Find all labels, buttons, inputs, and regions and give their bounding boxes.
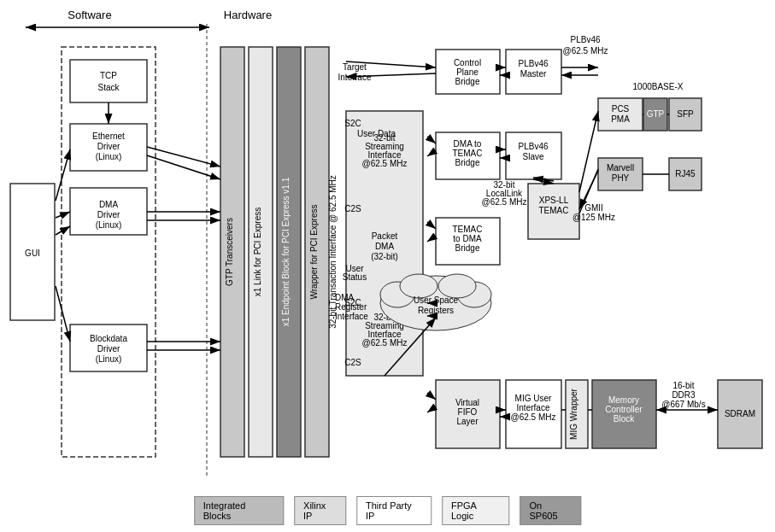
c2s-top-label: C2S bbox=[344, 204, 361, 213]
software-label: Software bbox=[68, 9, 111, 21]
gui-label: GUI bbox=[25, 248, 40, 258]
packet-dma-label2: DMA bbox=[375, 242, 395, 251]
ddr3-label2: DDR3 bbox=[672, 390, 696, 400]
plbv46-header-label: PLBv46 bbox=[570, 35, 600, 44]
dma-temac-label3: Bridge bbox=[455, 158, 480, 167]
virtual-fifo-label1: Virtual bbox=[455, 398, 479, 407]
x1-link-label: x1 Link for PCI Express bbox=[253, 208, 262, 296]
dma-driver-label: DMA bbox=[99, 200, 119, 209]
eth-driver-label: Ethernet bbox=[92, 132, 125, 141]
svg-line-16 bbox=[147, 155, 220, 179]
svg-line-27 bbox=[427, 137, 436, 143]
legend-onsp605: On SP605 bbox=[520, 496, 582, 525]
virtual-fifo-label2: FIFO bbox=[458, 407, 478, 417]
temac-dma-label1: TEMAC bbox=[453, 225, 483, 234]
target-interface-label: Target bbox=[343, 62, 367, 72]
locallink-label3: @62.5 MHz bbox=[482, 197, 527, 207]
dma-register-label3: Interface bbox=[335, 312, 368, 321]
svg-line-10 bbox=[56, 149, 70, 201]
ddr3-label1: 16-bit bbox=[672, 381, 694, 390]
svg-line-11 bbox=[56, 212, 70, 218]
legend: Integrated Blocks Xilinx IP Third Party … bbox=[194, 496, 582, 525]
svg-line-45 bbox=[427, 406, 436, 412]
legend-xilinx: Xilinx IP bbox=[294, 496, 346, 525]
tcp-stack-label2: Stack bbox=[97, 83, 120, 92]
rj45-label: RJ45 bbox=[675, 169, 696, 178]
temac-dma-label3: Bridge bbox=[455, 243, 480, 253]
mig-user-iface-label1: MIG User bbox=[515, 394, 552, 403]
plbv46-slave-label2: Slave bbox=[522, 152, 543, 161]
wrapper-label: Wrapper for PCI Express bbox=[309, 205, 319, 300]
diagram-container: Software Hardware GUI TCP Stack Ethernet… bbox=[0, 0, 775, 532]
gmii-label1: GMII bbox=[584, 203, 603, 213]
legend-integrated: Integrated Blocks bbox=[194, 496, 284, 525]
dma-driver-label3: (Linux) bbox=[96, 220, 122, 230]
pcs-pma-label1: PCS bbox=[612, 104, 630, 114]
target-interface-label2: Interface bbox=[338, 73, 372, 82]
legend-thirdparty: Third Party IP bbox=[356, 496, 432, 525]
tcp-stack-label: TCP bbox=[100, 71, 117, 80]
svg-point-8 bbox=[400, 274, 437, 298]
plbv46-freq-label: @62.5 MHz bbox=[563, 46, 608, 56]
xps-ll-temac-label1: XPS-LL bbox=[539, 196, 569, 205]
memory-controller-label1: Memory bbox=[608, 395, 639, 405]
temac-dma-label2: to DMA bbox=[453, 234, 482, 243]
dma-driver-label2: Driver bbox=[97, 210, 120, 219]
dma-temac-label1: DMA to bbox=[454, 139, 482, 149]
user-space-registers-cloud: User Space Registers bbox=[380, 274, 491, 330]
control-plane-label2: Plane bbox=[456, 67, 479, 77]
svg-line-33 bbox=[427, 222, 436, 229]
dma-temac-label2: TEMAC bbox=[453, 149, 483, 158]
packet-dma-label3: (32-bit) bbox=[371, 252, 398, 261]
svg-line-28 bbox=[427, 150, 436, 156]
pcs-pma-label2: PMA bbox=[611, 114, 630, 124]
s2c-top-label: S2C bbox=[344, 119, 361, 128]
xps-ll-temac-label2: TEMAC bbox=[539, 206, 569, 215]
base1000-label: 1000BASE-X bbox=[633, 82, 684, 91]
user-space-regs-label2: Registers bbox=[418, 306, 454, 315]
svg-line-44 bbox=[427, 393, 436, 400]
marvell-phy-label1: Marvell bbox=[607, 163, 634, 172]
gtp-transceivers-label: GTP Transceivers bbox=[225, 218, 234, 286]
blockdata-driver-label: Blockdata bbox=[90, 334, 127, 343]
gmii-label2: @125 MHz bbox=[572, 213, 615, 222]
legend-fpga: FPGA Logic bbox=[442, 496, 510, 525]
hardware-label: Hardware bbox=[224, 9, 272, 21]
memory-controller-label3: Block bbox=[614, 414, 635, 424]
plbv46-master-label2: Master bbox=[520, 69, 547, 79]
gtp-label: GTP bbox=[647, 109, 665, 119]
mig-user-iface-label3: @62.5 MHz bbox=[511, 412, 556, 422]
svg-line-12 bbox=[56, 226, 70, 235]
ddr3-label3: @667 Mb/s bbox=[661, 400, 705, 409]
sfp-label: SFP bbox=[677, 109, 694, 119]
eth-driver-label3: (Linux) bbox=[96, 152, 122, 161]
svg-line-35 bbox=[579, 111, 598, 192]
memory-controller-label2: Controller bbox=[605, 405, 643, 414]
plbv46-master-label1: PLBv46 bbox=[518, 59, 548, 68]
mig-user-iface-label2: Interface bbox=[517, 403, 550, 412]
streaming-top-label4: @62.5 MHz bbox=[362, 159, 408, 168]
marvell-phy-label2: PHY bbox=[612, 173, 630, 183]
eth-driver-label2: Driver bbox=[97, 142, 120, 151]
control-plane-label1: Control bbox=[454, 58, 481, 67]
plbv46-slave-label1: PLBv46 bbox=[518, 142, 548, 151]
blockdata-driver-label2: Driver bbox=[97, 344, 120, 354]
streaming-bottom-label4: @62.5 MHz bbox=[362, 338, 408, 348]
virtual-fifo-label3: Layer bbox=[456, 417, 479, 426]
svg-line-15 bbox=[147, 147, 220, 167]
user-space-regs-label1: User Space bbox=[414, 295, 459, 305]
blockdata-driver-label3: (Linux) bbox=[96, 354, 122, 364]
dma-register-label: DMA bbox=[335, 293, 355, 302]
x1-endpoint-label: x1 Endpoint Block for PCI Express v1.1 bbox=[281, 177, 291, 326]
dma-register-label2: Register bbox=[335, 302, 367, 312]
sdram-label: SDRAM bbox=[725, 409, 755, 418]
packet-dma-label1: Packet bbox=[372, 231, 398, 241]
user-status-label2: Status bbox=[343, 272, 367, 282]
tcp-stack-box bbox=[70, 60, 147, 102]
svg-point-9 bbox=[438, 274, 476, 298]
mig-wrapper-label: MIG Wrapper bbox=[569, 388, 578, 439]
user-data-label: User Data bbox=[357, 129, 396, 138]
svg-line-13 bbox=[56, 286, 70, 342]
control-plane-label3: Bridge bbox=[455, 77, 480, 86]
svg-line-34 bbox=[427, 236, 436, 242]
